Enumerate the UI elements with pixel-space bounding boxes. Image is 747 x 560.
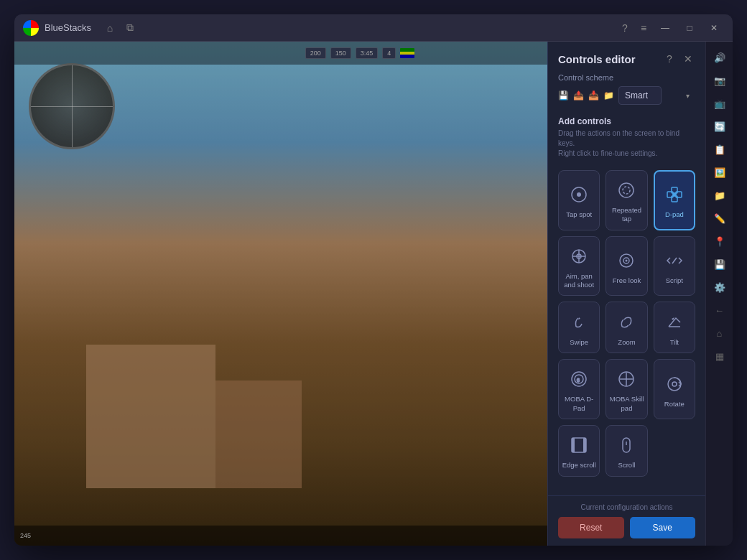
- zoom-label: Zoom: [618, 338, 635, 347]
- panel-header: Controls editor ? ✕: [548, 42, 705, 73]
- app-window: BlueStacks ⌂ ⧉ ? ≡ — □ ✕ 200 150 3:45 4: [14, 14, 733, 546]
- svg-rect-28: [572, 438, 575, 452]
- scroll-icon: [614, 433, 639, 457]
- svg-point-8: [672, 193, 676, 197]
- panel-header-icons: ? ✕: [662, 52, 695, 66]
- right-sidebar: 🔊 📷 📺 🔄 📋 🖼️ 📁 ✏️ 📍 💾 ⚙️ ← ⌂ ▦: [705, 42, 733, 546]
- moba-skill-pad-label: MOBA Skill pad: [609, 395, 644, 413]
- scheme-export-icon[interactable]: 📤: [573, 90, 584, 101]
- svg-point-1: [577, 192, 581, 197]
- copy-icon[interactable]: ⧉: [123, 21, 137, 35]
- scheme-import-icon[interactable]: 📥: [588, 90, 599, 101]
- controls-grid-items: Tap spot Repeated tap: [558, 170, 695, 477]
- control-free-look[interactable]: Free look: [606, 236, 647, 297]
- d-pad-label: D-pad: [665, 210, 684, 219]
- help-icon[interactable]: ?: [618, 21, 632, 35]
- aim-pan-shoot-label: Aim, pan and shoot: [562, 272, 596, 290]
- panel-title: Controls editor: [558, 53, 636, 65]
- svg-point-26: [672, 382, 677, 386]
- svg-point-15: [626, 259, 628, 261]
- sidebar-home-icon[interactable]: ⌂: [710, 323, 730, 343]
- add-controls-title: Add controls: [558, 116, 695, 126]
- svg-point-3: [623, 187, 630, 194]
- reset-button[interactable]: Reset: [558, 517, 624, 538]
- panel-close-icon[interactable]: ✕: [681, 52, 695, 66]
- script-icon: [662, 248, 687, 273]
- sidebar-apps-icon[interactable]: ▦: [710, 346, 730, 366]
- control-moba-d-pad[interactable]: 6 MOBA D-Pad: [558, 359, 600, 419]
- svg-line-16: [672, 258, 677, 263]
- sidebar-image-icon[interactable]: 🖼️: [710, 162, 730, 182]
- control-moba-skill-pad[interactable]: MOBA Skill pad: [606, 359, 647, 419]
- sidebar-back-icon[interactable]: ←: [710, 300, 730, 320]
- repeated-tap-label: Repeated tap: [609, 206, 644, 224]
- panel-help-icon[interactable]: ?: [662, 52, 677, 66]
- scheme-select-wrap: Smart Default Custom: [618, 86, 695, 105]
- controls-grid: Tap spot Repeated tap: [548, 164, 705, 495]
- control-scheme-section: Control scheme 💾 📤 📥 📁 Smart Default Cus…: [548, 73, 705, 116]
- sidebar-settings-icon[interactable]: ⚙️: [710, 277, 730, 297]
- svg-point-2: [619, 183, 634, 197]
- sidebar-camera-icon[interactable]: 📷: [710, 70, 730, 90]
- control-scroll[interactable]: Scroll: [606, 425, 647, 477]
- moba-skill-pad-icon: [614, 367, 639, 391]
- scheme-select[interactable]: Smart Default Custom: [618, 86, 662, 105]
- control-rotate[interactable]: Rotate: [654, 359, 695, 419]
- control-aim-pan-shoot[interactable]: Aim, pan and shoot: [558, 236, 600, 297]
- sidebar-location-icon[interactable]: 📍: [710, 231, 730, 251]
- control-script[interactable]: Script: [654, 236, 695, 297]
- sidebar-refresh-icon[interactable]: 🔄: [710, 116, 730, 136]
- close-button[interactable]: ✕: [704, 20, 724, 36]
- swipe-icon: [567, 310, 591, 335]
- scheme-folder-icon[interactable]: 📁: [603, 90, 614, 101]
- free-look-label: Free look: [613, 276, 641, 285]
- script-label: Script: [666, 276, 683, 285]
- title-bar: BlueStacks ⌂ ⧉ ? ≡ — □ ✕: [14, 14, 733, 42]
- title-bar-nav-icons: ⌂ ⧉: [103, 21, 137, 35]
- free-look-icon: [614, 248, 639, 273]
- rotate-icon: [662, 372, 687, 396]
- bluestacks-logo: [23, 20, 39, 36]
- d-pad-icon: [662, 182, 687, 207]
- control-edge-scroll[interactable]: Edge scroll: [558, 425, 600, 477]
- scheme-label: Control scheme: [558, 73, 695, 82]
- edge-scroll-label: Edge scroll: [562, 461, 596, 470]
- minimize-button[interactable]: —: [655, 20, 675, 36]
- svg-text:6: 6: [577, 378, 580, 383]
- sidebar-display-icon[interactable]: 📺: [710, 93, 730, 113]
- sidebar-volume-icon[interactable]: 🔊: [710, 47, 730, 67]
- main-content: 200 150 3:45 4 245: [14, 42, 733, 546]
- sidebar-folder-icon[interactable]: 📁: [710, 185, 730, 205]
- sidebar-edit-icon[interactable]: ✏️: [710, 208, 730, 228]
- moba-d-pad-label: MOBA D-Pad: [562, 395, 596, 413]
- menu-icon[interactable]: ≡: [636, 21, 651, 35]
- svg-rect-29: [583, 438, 586, 452]
- window-controls: ? ≡ — □ ✕: [618, 20, 724, 36]
- moba-d-pad-icon: 6: [567, 367, 591, 391]
- footer-buttons: Reset Save: [558, 517, 695, 538]
- panel-footer: Current configuration actions Reset Save: [548, 495, 705, 546]
- controls-panel: Controls editor ? ✕ Control scheme 💾 📤 📥…: [547, 42, 705, 546]
- rotate-label: Rotate: [664, 400, 685, 409]
- repeated-tap-icon: [614, 178, 639, 202]
- tilt-icon: [662, 310, 687, 335]
- swipe-label: Swipe: [570, 338, 588, 347]
- zoom-icon: [614, 310, 639, 335]
- aim-pan-shoot-icon: [567, 244, 591, 269]
- add-controls-desc: Drag the actions on the screen to bind k…: [558, 129, 695, 159]
- control-tap-spot[interactable]: Tap spot: [558, 170, 600, 230]
- save-button[interactable]: Save: [630, 517, 696, 538]
- control-swipe[interactable]: Swipe: [558, 302, 600, 353]
- sidebar-save-icon[interactable]: 💾: [710, 254, 730, 274]
- control-tilt[interactable]: Tilt: [654, 302, 695, 353]
- tap-spot-label: Tap spot: [566, 210, 592, 219]
- scheme-row: 💾 📤 📥 📁 Smart Default Custom: [558, 86, 695, 105]
- control-d-pad[interactable]: D-pad: [654, 170, 695, 230]
- hud-ammo: 245: [20, 532, 31, 539]
- sidebar-clipboard-icon[interactable]: 📋: [710, 139, 730, 159]
- control-zoom[interactable]: Zoom: [606, 302, 647, 353]
- home-icon[interactable]: ⌂: [103, 21, 117, 35]
- scheme-save-icon[interactable]: 💾: [558, 90, 569, 101]
- maximize-button[interactable]: □: [679, 20, 700, 36]
- control-repeated-tap[interactable]: Repeated tap: [606, 170, 647, 230]
